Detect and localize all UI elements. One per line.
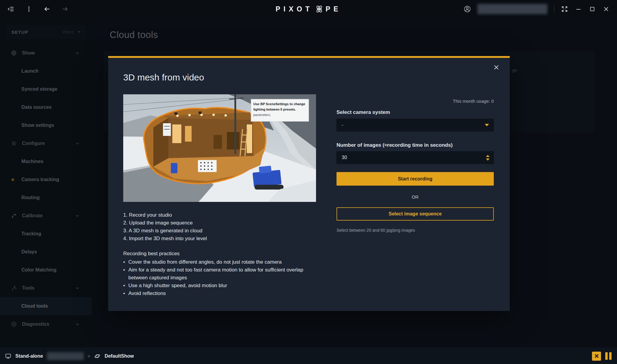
image-note-line-2: lighting between 5 presets. (253, 108, 296, 111)
pause-icon (605, 352, 608, 360)
pixotope-logo: PIXOT PE (276, 5, 342, 14)
stepper-up-icon[interactable] (486, 155, 490, 157)
pause-icon (609, 352, 612, 360)
modal-left-column: Use BP SceneSettings to change lighting … (123, 94, 316, 297)
image-note-line-3: parameters. (253, 113, 271, 117)
start-recording-button[interactable]: Start recording (337, 172, 494, 186)
stop-show-button[interactable] (592, 352, 601, 361)
fit-screen-button[interactable] (561, 5, 568, 13)
collapse-sidebar-button[interactable] (7, 5, 14, 13)
chevron-down-icon (485, 124, 489, 126)
chevron-right-separator: > (88, 353, 90, 359)
close-icon (603, 6, 609, 12)
modal-right-column: This month usage: 0 Select camera system… (337, 94, 494, 233)
best-practices-list: Cover the studio from different angles, … (123, 258, 311, 297)
pause-button[interactable] (604, 352, 613, 361)
or-separator: OR (337, 194, 494, 199)
collapse-sidebar-icon (8, 6, 14, 12)
number-of-images-label: Number of images (≈recording time in sec… (337, 142, 494, 148)
studio-mesh-image: Use BP SceneSettings to change lighting … (123, 94, 316, 202)
logo-text-left: PIXOT (276, 5, 313, 13)
current-show-name: DefaultShow (105, 353, 134, 359)
close-icon (594, 354, 599, 358)
number-stepper[interactable] (486, 152, 490, 164)
select-image-sequence-button[interactable]: Select image sequence (337, 207, 494, 221)
usage-counter: This month usage: 0 (337, 99, 494, 104)
modal-close-button[interactable] (492, 63, 500, 71)
forward-button[interactable] (61, 5, 69, 13)
atom-icon (315, 5, 324, 14)
stepper-down-icon[interactable] (486, 158, 490, 161)
topbar-divider (554, 5, 554, 14)
best-practices-title: Recording best practices (123, 250, 316, 258)
step-item: 4. Import the 3D mesh into your level (123, 235, 316, 243)
user-icon (464, 5, 471, 13)
machine-mode-label: Stand-alone (15, 353, 43, 359)
blurred-username (478, 4, 547, 14)
status-bar: Stand-alone > DefaultShow (0, 348, 617, 364)
modal-title: 3D mesh from video (123, 72, 204, 83)
best-practice-item: Cover the studio from different angles, … (123, 258, 311, 266)
user-account-button[interactable] (464, 5, 471, 13)
kebab-menu-button[interactable] (25, 5, 33, 13)
maximize-button[interactable] (589, 5, 596, 13)
back-button[interactable] (43, 5, 51, 13)
camera-system-label: Select camera system (337, 109, 494, 115)
blurred-machine-name (47, 352, 84, 360)
camera-system-select[interactable]: - (337, 119, 494, 131)
show-badge-icon (94, 353, 101, 359)
step-item: 3. A 3D mesh is generated in cloud (123, 227, 316, 235)
close-icon (494, 65, 499, 70)
number-of-images-input[interactable] (337, 152, 493, 164)
camera-system-value: - (342, 122, 343, 128)
kebab-menu-icon (26, 6, 32, 12)
step-item: 1. Record your studio (123, 211, 316, 219)
logo-text-right: PE (326, 5, 342, 13)
number-of-images-field (337, 151, 494, 164)
back-arrow-icon (43, 5, 51, 13)
workflow-steps: 1. Record your studio 2. Upload the imag… (123, 211, 316, 243)
mesh-from-video-dialog: 3D mesh from video (108, 56, 510, 311)
forward-arrow-icon (61, 5, 69, 13)
best-practice-item: Use a high shutter speed, avoid motion b… (123, 282, 311, 290)
topbar: PIXOT PE (0, 0, 617, 18)
window-close-button[interactable] (603, 5, 610, 13)
modal-accent-bar (108, 56, 510, 58)
best-practice-item: Aim for a steady and not too fast camera… (123, 266, 311, 282)
minimize-icon (575, 6, 581, 12)
best-practice-item: Avoid reflections (123, 290, 311, 297)
fit-screen-icon (561, 6, 568, 12)
minimize-button[interactable] (575, 5, 582, 13)
step-item: 2. Upload the image sequence (123, 219, 316, 227)
maximize-icon (589, 6, 595, 12)
machine-icon (5, 353, 11, 359)
image-note-line-1: Use BP SceneSettings to change (253, 102, 305, 106)
image-count-hint: Select between 20 and 60 jpg/png images (337, 228, 494, 233)
